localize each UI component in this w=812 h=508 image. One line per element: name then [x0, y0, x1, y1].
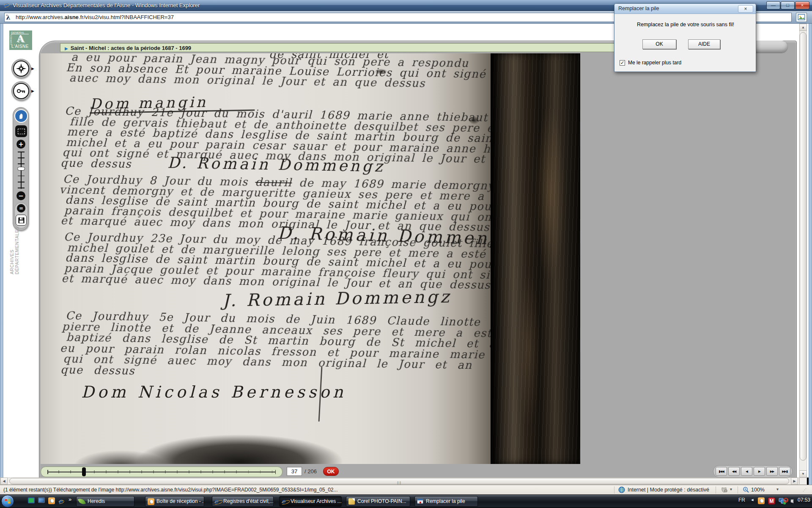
compass-submenu-arrow-icon[interactable]: ▶ [31, 66, 34, 71]
next-page-button[interactable]: ▶ [754, 467, 765, 476]
marquee-select-tool-button[interactable] [15, 125, 27, 137]
zone-status-text: Internet | Mode protégé : désactivé [628, 487, 709, 493]
signature: J. Romain Dommengz [222, 287, 452, 310]
taskbar-app-visualiseur[interactable]: e Visualiseur Archives ... [279, 496, 342, 507]
status-bar: (1 élément restant(s)) Téléchargement de… [0, 485, 812, 494]
outlook-icon [148, 498, 154, 505]
compass-icon [16, 63, 27, 74]
window-frame-left [0, 24, 3, 485]
shield-dropdown-arrow-icon[interactable]: ▾ [730, 487, 732, 491]
zoom-dropdown-arrow-icon[interactable]: ▾ [776, 487, 779, 491]
page-slider-track[interactable] [47, 472, 276, 472]
play-arrow-icon: ▶ [65, 46, 68, 51]
logo-conseil-text: CONSEIL [10, 34, 12, 44]
key-submenu-arrow-icon[interactable]: ▶ [31, 89, 34, 93]
protected-mode-shield-icon[interactable] [721, 486, 727, 494]
corel-photopaint-icon [348, 498, 355, 505]
manuscript-scan[interactable]: de saint michel et a eu pour parain Jean… [41, 53, 580, 464]
last-page-button[interactable]: ▶▶▮ [779, 467, 790, 476]
scroll-left-button[interactable]: ◀ [0, 478, 8, 485]
signature: D. Romain Dommengz [167, 154, 385, 175]
save-button[interactable] [16, 215, 27, 226]
dialog-title-text: Remplacer la pile [618, 6, 659, 11]
taskbar-app-registres[interactable]: e Registres d'état civil,... [212, 496, 274, 507]
logo-letter: A [17, 33, 24, 44]
tray-outlook-reminder-icon[interactable] [758, 497, 765, 504]
scroll-up-button[interactable]: ▲ [799, 24, 807, 31]
window-frame-right [809, 24, 812, 485]
manuscript-page: de saint michel et a eu pour parain Jean… [41, 53, 491, 464]
monitor-icon[interactable] [38, 497, 46, 505]
register-title: Saint - Michel : actes de la période 168… [71, 45, 191, 51]
minimize-button[interactable]: — [766, 1, 780, 9]
maximize-button[interactable]: □ [781, 1, 795, 9]
url-domain: aisne [65, 14, 79, 20]
archives-departementales-label: ARCHIVES DÉPARTEMENTALES [9, 226, 19, 274]
clock[interactable]: 07:53 [798, 497, 810, 503]
hand-icon [17, 112, 25, 120]
window-title: Visualiseur Archives Départementales de … [13, 2, 200, 8]
show-desktop-icon[interactable] [28, 497, 36, 505]
windows-flag-icon [4, 497, 11, 505]
taskbar-app-heredis[interactable]: Heredis [76, 496, 134, 507]
language-indicator[interactable]: FR [738, 497, 745, 503]
fast-forward-button[interactable]: ▶▶ [766, 467, 778, 476]
outlook-shortcut-icon[interactable] [48, 497, 56, 505]
taskbar-app-inbox[interactable]: Boîte de réception - ... [145, 496, 204, 507]
conseil-general-aisne-logo[interactable]: GENERAL CONSEIL A L'AISNE [9, 30, 32, 50]
dialog-message: Remplacez la pile de votre souris sans f… [614, 22, 757, 28]
internet-explorer-icon: e [282, 498, 288, 505]
floppy-disk-icon [18, 217, 25, 224]
pan-hand-tool-button[interactable] [14, 109, 28, 123]
page-slider-handle[interactable] [82, 467, 86, 476]
register-entry: Ce Jourdhuy 5e Jour du mois de Juin 1689… [59, 310, 549, 383]
compass-tool-button[interactable] [13, 61, 29, 77]
scrollbar-corner [799, 478, 807, 485]
scroll-right-button[interactable]: ▶ [791, 478, 798, 485]
quicklaunch-overflow-chevron[interactable]: » [69, 496, 71, 502]
previous-page-button[interactable]: ◀ [741, 467, 752, 476]
page-image-button[interactable] [796, 13, 807, 22]
resize-grip[interactable]: ⋰ [803, 488, 807, 492]
key-tool-button[interactable] [13, 83, 29, 99]
site-favicon-icon: λ [6, 14, 13, 21]
ink-blot [375, 69, 387, 75]
start-button[interactable] [1, 495, 14, 508]
logo-aisne-text: L'AISNE [11, 44, 29, 49]
register-entry: a eu pour parain Jean magny pour qui son… [63, 53, 486, 89]
vertical-scrollbar-thumb[interactable] [800, 32, 807, 461]
fit-size-button[interactable]: = [17, 204, 25, 213]
close-button[interactable]: × [795, 1, 809, 9]
tray-expand-chevron[interactable]: ◂ [751, 497, 754, 502]
internet-explorer-shortcut-icon[interactable]: e [58, 497, 66, 505]
zoom-slider-handle[interactable] [17, 167, 25, 171]
first-page-button[interactable]: ▮◀◀ [716, 467, 727, 476]
ink-blot [469, 116, 480, 124]
zoom-magnifier-icon [743, 486, 749, 494]
page-number-input[interactable]: 37 [287, 467, 302, 476]
internet-explorer-icon: e [4, 1, 8, 8]
zoom-in-button[interactable]: + [16, 140, 25, 149]
dialog-aide-button[interactable]: AIDE [688, 39, 720, 49]
remember-checkbox[interactable]: ✓ [620, 60, 625, 66]
status-separator [614, 486, 614, 494]
status-download-text: (1 élément restant(s)) Téléchargement de… [3, 487, 337, 493]
taskbar-app-corel[interactable]: Corel PHOTO-PAIN... [346, 496, 410, 507]
url-text: http://www.archives. [16, 14, 65, 20]
internet-explorer-icon: e [214, 498, 221, 505]
status-separator [738, 486, 738, 494]
scroll-down-button[interactable]: ▼ [799, 470, 807, 478]
fast-rewind-button[interactable]: ◀◀ [728, 467, 740, 476]
horizontal-scrollbar-thumb[interactable]: ∥∥ [9, 478, 789, 484]
taskbar-app-remplacer-pile[interactable]: Remplacer la pile [414, 496, 478, 507]
dialog-titlebar[interactable]: Remplacer la pile [614, 4, 756, 14]
tray-mcafee-icon[interactable]: M [768, 497, 775, 505]
zoom-level-text[interactable]: 100% [751, 487, 765, 493]
book-spine-edge [491, 53, 580, 464]
zoom-out-button[interactable]: − [16, 191, 25, 200]
dialog-ok-button[interactable]: OK [642, 39, 676, 49]
dialog-close-button[interactable]: × [738, 5, 753, 13]
heredis-icon [79, 498, 85, 505]
signature: Dom Nicolas Bernesson [81, 383, 346, 401]
go-to-page-ok-button[interactable]: OK [323, 467, 339, 476]
